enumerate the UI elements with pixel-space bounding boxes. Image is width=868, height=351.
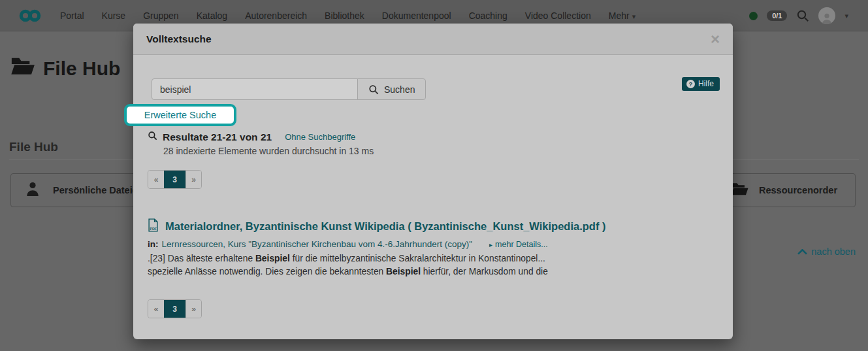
pagination-prev-button[interactable]: «: [148, 171, 164, 188]
advanced-search-label: Erweiterte Suche: [144, 110, 216, 120]
nav-item-gruppen[interactable]: Gruppen: [143, 10, 178, 21]
nav-item-autorenbereich[interactable]: Autorenbereich: [245, 10, 307, 21]
pdf-file-icon: PDF: [148, 218, 159, 235]
result-context-link[interactable]: Lernressourcen, Kurs "Byzantinischer Kir…: [162, 239, 473, 249]
nav-item-kurse[interactable]: Kurse: [102, 10, 126, 21]
pagination-next-button[interactable]: »: [185, 300, 201, 318]
more-details-label: mehr Details...: [495, 240, 548, 249]
pagination-bottom: « 3 »: [148, 299, 202, 318]
modal-body: Suchen ? Hilfe Erweiterte Suche Resultat…: [133, 55, 733, 339]
user-menu-caret-icon[interactable]: ▾: [844, 12, 848, 20]
advanced-search-link-highlighted[interactable]: Erweiterte Suche: [124, 104, 236, 126]
chevron-down-icon: ▾: [632, 12, 636, 20]
avatar[interactable]: [818, 7, 835, 24]
personal-files-label: Persönliche Dateien: [53, 185, 144, 195]
svg-text:PDF: PDF: [150, 227, 157, 231]
result-title-row: PDF Materialordner, Byzantinische Kunst …: [148, 218, 624, 235]
search-result-item: PDF Materialordner, Byzantinische Kunst …: [148, 218, 624, 278]
result-title-link[interactable]: Materialordner, Byzantinische Kunst Wiki…: [165, 220, 606, 233]
no-search-terms-link[interactable]: Ohne Suchbegriffe: [285, 132, 355, 142]
results-summary: Resultate 21-21 von 21: [163, 131, 272, 143]
help-button-label: Hilfe: [698, 79, 714, 88]
triangle-right-icon: ▸: [489, 241, 492, 248]
result-excerpt-line-2: spezielle Anlässe notwendig. Dies zeigen…: [148, 265, 624, 278]
section-title: File Hub: [9, 140, 58, 154]
index-info-text: 28 indexierte Elemente wurden durchsucht…: [163, 146, 374, 156]
page-title: File Hub: [10, 56, 120, 80]
result-excerpt-line-1: .[23] Das älteste erhaltene Beispiel für…: [148, 252, 624, 265]
nav-item-portal[interactable]: Portal: [60, 10, 84, 21]
search-button-label: Suchen: [384, 84, 415, 95]
help-button[interactable]: ? Hilfe: [682, 77, 720, 91]
results-summary-line: Resultate 21-21 von 21 Ohne Suchbegriffe: [148, 131, 355, 143]
nav-item-mehr[interactable]: Mehr▾: [609, 10, 635, 21]
openolat-logo-icon[interactable]: [18, 8, 42, 25]
open-folder-icon: [731, 182, 748, 199]
in-label: in:: [148, 239, 159, 249]
person-icon: [25, 181, 40, 199]
resource-folder-label: Ressourcenorder: [759, 185, 837, 195]
nav-item-coaching[interactable]: Coaching: [469, 10, 507, 21]
search-row: Suchen: [152, 78, 426, 100]
nav-item-mehr-label: Mehr: [609, 10, 630, 21]
pagination-prev-button[interactable]: «: [148, 300, 164, 318]
search-input[interactable]: [152, 78, 358, 100]
pagination-page-3-active[interactable]: 3: [164, 171, 185, 188]
pagination-page-3-active[interactable]: 3: [164, 300, 185, 318]
result-meta-line: in: Lernressourcen, Kurs "Byzantinischer…: [148, 239, 624, 249]
chevron-up-icon: [797, 246, 807, 257]
back-to-top-label: nach oben: [811, 246, 856, 257]
highlighted-term: Beispiel: [386, 267, 421, 276]
page-title-label: File Hub: [43, 58, 120, 80]
search-results-icon: [148, 131, 157, 143]
question-mark-icon: ?: [686, 80, 695, 88]
nav-item-katalog[interactable]: Katalog: [197, 10, 227, 21]
highlighted-term: Beispiel: [255, 254, 290, 263]
nav-item-video-collection[interactable]: Video Collection: [525, 10, 591, 21]
nav-right-cluster: 0/1 ▾: [749, 0, 848, 31]
nav-item-bibliothek[interactable]: Bibliothek: [325, 10, 364, 21]
pagination-top: « 3 »: [148, 170, 202, 189]
modal-header: Volltextsuche ×: [133, 24, 733, 55]
nav-item-dokumentenpool[interactable]: Dokumentenpool: [382, 10, 451, 21]
chat-counter-badge[interactable]: 0/1: [767, 10, 787, 21]
search-button[interactable]: Suchen: [357, 78, 426, 100]
back-to-top-link[interactable]: nach oben: [797, 246, 856, 257]
pagination-next-button[interactable]: »: [185, 171, 201, 188]
search-icon[interactable]: [796, 9, 809, 22]
modal-title: Volltextsuche: [146, 33, 212, 45]
more-details-link[interactable]: ▸mehr Details...: [489, 240, 548, 249]
open-folder-icon: [10, 56, 35, 80]
online-status-icon: [749, 12, 758, 20]
fulltext-search-modal: Volltextsuche × Suchen ? Hilfe Erweitert…: [133, 24, 733, 339]
close-icon[interactable]: ×: [711, 33, 720, 46]
resource-folder-card[interactable]: Ressourcenorder: [721, 173, 856, 207]
